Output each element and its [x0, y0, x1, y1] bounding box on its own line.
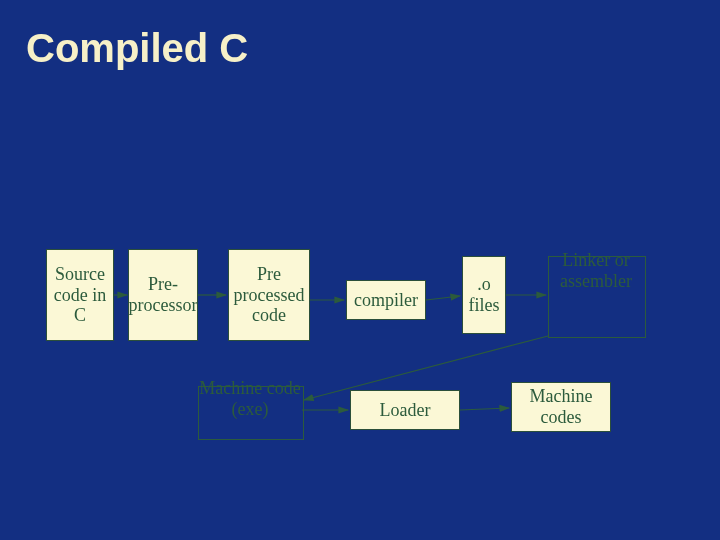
node-machine-codes: Machine codes [511, 382, 611, 432]
svg-line-3 [426, 296, 460, 300]
node-label: Source code in C [49, 264, 111, 326]
node-source-code: Source code in C [46, 249, 114, 341]
node-label: Linker or assembler [560, 250, 632, 291]
node-label: Pre processed code [231, 264, 307, 326]
node-preprocessor: Pre-processor [128, 249, 198, 341]
page-title: Compiled C [26, 26, 248, 71]
node-linker: Linker or assembler [548, 250, 644, 291]
node-machine-exe: Machine code (exe) [198, 378, 302, 419]
node-preprocessed-code: Pre processed code [228, 249, 310, 341]
node-label: Pre-processor [129, 274, 198, 315]
node-label: Machine codes [514, 386, 608, 427]
node-loader: Loader [350, 390, 460, 430]
svg-line-7 [460, 408, 509, 410]
node-label: compiler [354, 290, 418, 311]
node-label: Loader [380, 400, 431, 421]
node-label: .o files [465, 274, 503, 315]
node-compiler: compiler [346, 280, 426, 320]
node-o-files: .o files [462, 256, 506, 334]
